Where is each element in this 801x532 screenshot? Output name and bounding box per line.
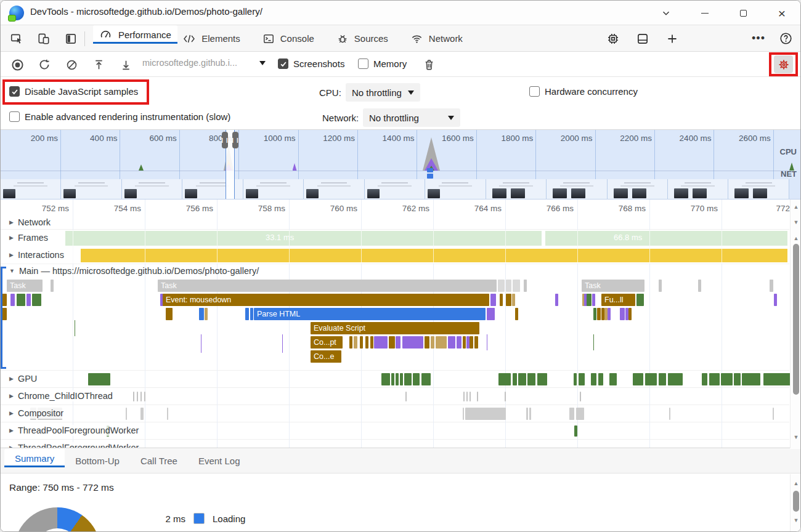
thread-activity-bar[interactable]	[391, 373, 394, 385]
scroll-down-icon[interactable]: ▼	[792, 219, 800, 225]
thread-activity-bar[interactable]	[405, 392, 407, 401]
disclosure-triangle-icon[interactable]: ▶	[9, 427, 14, 433]
flame-bar[interactable]	[636, 294, 644, 306]
flame-bar[interactable]	[26, 294, 31, 306]
thread-activity-bar[interactable]	[609, 373, 617, 385]
network-throttling-select[interactable]: No throttling	[363, 108, 460, 127]
thread-activity-bar[interactable]	[645, 373, 657, 385]
thread-activity-bar[interactable]	[404, 373, 412, 385]
thread-activity-bar[interactable]	[574, 425, 577, 437]
more-options-icon[interactable]: •••	[745, 25, 772, 52]
thread-activity-bar[interactable]	[137, 392, 138, 401]
thread-activity-bar[interactable]	[140, 392, 142, 401]
thread-activity-bar[interactable]	[463, 408, 464, 420]
thread-activity-bar[interactable]	[381, 373, 390, 385]
flame-bar[interactable]	[365, 336, 368, 349]
flame-bar[interactable]	[593, 308, 596, 320]
flame-bar[interactable]	[205, 308, 208, 320]
scroll-up-icon[interactable]: ▲	[792, 204, 800, 210]
load-profile-icon[interactable]	[89, 56, 108, 73]
add-panel-icon[interactable]	[659, 25, 686, 52]
thread-activity-bar[interactable]	[537, 373, 547, 385]
thread-activity-bar[interactable]	[518, 373, 526, 385]
thread-activity-bar[interactable]	[579, 373, 585, 385]
disclosure-triangle-icon[interactable]: ▶	[9, 252, 14, 258]
scroll-down-icon[interactable]: ▼	[792, 517, 800, 523]
flame-bar[interactable]	[17, 294, 25, 306]
thread-activity-bar[interactable]	[421, 373, 431, 385]
track-thread[interactable]: ▶ThreadPoolForegroundWorker	[1, 439, 789, 448]
flame-bar[interactable]	[512, 294, 515, 306]
flame-bar[interactable]	[448, 336, 455, 349]
thread-activity-bar[interactable]	[591, 373, 596, 385]
flame-bar[interactable]	[587, 294, 592, 306]
filmstrip-frame[interactable]	[243, 179, 304, 200]
thread-activity-bar[interactable]	[505, 392, 506, 401]
flame-bar[interactable]	[354, 336, 357, 349]
flame-bar[interactable]	[396, 336, 400, 349]
bottom-tab-summary[interactable]: Summary	[4, 449, 65, 467]
thread-activity-bar[interactable]	[702, 373, 707, 385]
flame-bar[interactable]	[597, 308, 601, 320]
flame-bar[interactable]	[51, 280, 54, 292]
trash-icon[interactable]	[420, 56, 438, 73]
flame-bar[interactable]	[250, 308, 253, 320]
flame-bar[interactable]	[199, 308, 204, 320]
flame-bar[interactable]	[474, 336, 478, 349]
tab-console[interactable]: Console	[251, 25, 325, 52]
thread-activity-bar[interactable]	[140, 408, 144, 420]
thread-activity-bar[interactable]	[598, 373, 603, 385]
flame-bar[interactable]: Fu...ll	[601, 294, 635, 306]
filmstrip-frame[interactable]	[122, 179, 182, 200]
flame-bar[interactable]	[402, 336, 423, 349]
flame-bar[interactable]	[774, 294, 777, 306]
flame-bar[interactable]: Evaluate Script	[311, 322, 479, 334]
flame-bar[interactable]	[515, 308, 518, 320]
disclosure-triangle-icon[interactable]: ▶	[9, 219, 14, 225]
help-icon[interactable]	[772, 25, 799, 52]
chevron-down-icon[interactable]	[653, 1, 680, 25]
flame-bar[interactable]	[498, 280, 505, 292]
flame-bar[interactable]	[32, 294, 41, 306]
reload-record-icon[interactable]	[35, 56, 54, 73]
save-profile-icon[interactable]	[116, 56, 135, 73]
page-selector[interactable]: microsoftedge.github.i...	[142, 58, 266, 68]
track-network[interactable]: ▶Network	[1, 216, 789, 230]
inspect-element-icon[interactable]	[4, 25, 29, 52]
flame-bar[interactable]	[370, 336, 373, 349]
thread-activity-bar[interactable]	[133, 392, 134, 401]
thread-activity-bar[interactable]	[773, 408, 774, 420]
filmstrip-frame[interactable]	[547, 179, 607, 200]
tab-network[interactable]: Network	[399, 25, 474, 52]
disclosure-triangle-icon[interactable]: ▶	[9, 235, 14, 241]
filmstrip-frame[interactable]	[425, 179, 486, 200]
tab-performance[interactable]: Performance	[93, 25, 177, 44]
selection-handle-right[interactable]: ❙❙	[232, 132, 238, 148]
thread-activity-bar[interactable]	[144, 392, 145, 401]
flame-bar[interactable]	[524, 280, 527, 292]
close-button[interactable]: ×	[768, 1, 795, 25]
interaction-bar[interactable]	[81, 249, 787, 262]
flame-bar[interactable]	[2, 294, 7, 306]
flame-bar[interactable]	[500, 294, 503, 306]
thread-activity-bar[interactable]	[659, 373, 666, 385]
flame-bar[interactable]	[470, 336, 473, 349]
scroll-up-icon[interactable]: ▲	[792, 235, 800, 241]
thread-activity-bar[interactable]	[669, 408, 670, 420]
flame-bar[interactable]	[493, 294, 496, 306]
thread-activity-bar[interactable]	[742, 373, 760, 385]
bottom-tab-bottom-up[interactable]: Bottom-Up	[65, 449, 130, 473]
flame-bar[interactable]	[425, 336, 429, 349]
thread-activity-bar[interactable]	[527, 373, 535, 385]
activity-bar-icon[interactable]	[629, 25, 656, 52]
tab-sources[interactable]: Sources	[325, 25, 399, 52]
device-emulation-icon[interactable]	[31, 25, 56, 52]
summary-scrollbar[interactable]: ▲ ▼	[790, 474, 801, 532]
track-thread[interactable]: ▶Compositor	[1, 405, 789, 422]
track-thread[interactable]: ▶GPU	[1, 370, 789, 387]
filmstrip-frame[interactable]	[728, 179, 789, 200]
capture-settings-gear-icon[interactable]	[774, 55, 793, 73]
screenshots-checkbox[interactable]: Screenshots	[278, 58, 344, 69]
thread-activity-bar[interactable]	[633, 373, 643, 385]
thread-activity-bar[interactable]	[529, 408, 531, 420]
